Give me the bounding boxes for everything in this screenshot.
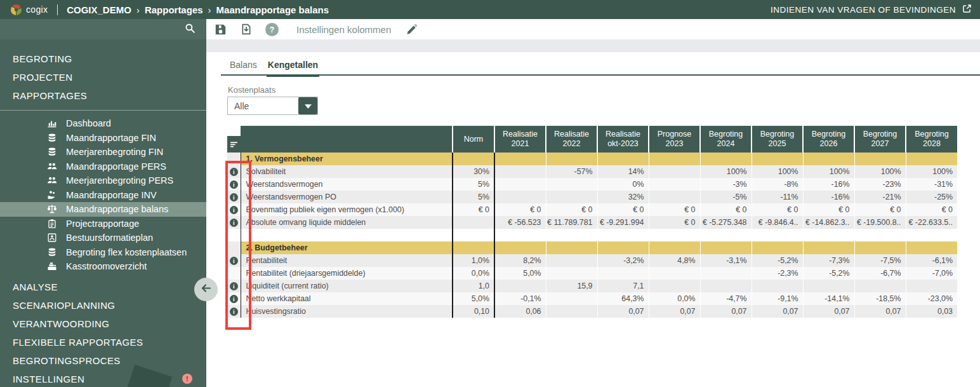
breadcrumb-item[interactable]: Rapportages [145,4,203,15]
table-cell [494,241,546,254]
table-cell: 100% [803,165,854,178]
table-cell [700,280,752,292]
table-cell: € -56.523 [494,216,546,229]
row-label-cell: Weerstandsvermogen [241,178,453,191]
table-cell: € 0 [649,203,700,216]
table-cell: € -19.500.8.. [854,216,906,229]
table-cell: € -9.846.4.. [752,216,803,229]
column-header-begroting-2027: Begroting2027 [854,126,906,153]
section-row-1-vermogensbeheer: 1. Vermogensbeheer [227,153,957,165]
info-icon[interactable]: i [230,180,238,189]
sidebar-item-label: BEGROTINGSPROCES [13,355,121,366]
export-download-button[interactable] [239,22,253,36]
sidebar-item-flexibele-rapportages[interactable]: FLEXIBELE RAPPORTAGES [0,333,206,351]
sidebar-item-label: Meerjarenbegroting FIN [66,147,163,157]
dropdown-toggle-button[interactable] [298,97,317,114]
sidebar-item-scenarioplanning[interactable]: SCENARIOPLANNING [0,296,206,315]
table-cell: 7,1 [597,280,649,292]
table-cell [752,280,803,292]
app-window: cogix COGIX_DEMO › Rapportages › Maandra… [0,0,980,387]
sidebar-item-begroting[interactable]: BEGROTING [0,50,206,68]
breadcrumb-item[interactable]: COGIX_DEMO [67,4,131,15]
table-cell: -11% [752,191,803,203]
table-cell [494,191,546,203]
table-cell: -9,1% [752,292,803,305]
column-header-begroting-2024: Begroting2024 [700,126,752,153]
sidebar-item-instellingen[interactable]: INSTELLINGEN! [0,370,206,387]
column-header-realisatie-2022: Realisatie2022 [546,126,597,153]
sidebar-item-projecten[interactable]: PROJECTEN [0,68,206,86]
breadcrumb-item[interactable]: Maandrapportage balans [216,4,329,15]
sidebar-item-maandrapportage-balans[interactable]: Maandrapportage balans [0,202,206,217]
tab-balans[interactable]: Balans [228,60,258,77]
row-label-cell [241,229,453,241]
info-icon[interactable]: i [230,295,238,303]
info-cell [227,153,241,165]
info-cell: i [227,178,241,191]
sidebar-item-label: Maandrapportage balans [66,204,168,214]
table-cell [649,241,700,254]
sidebar-item-maandrapportage-inv[interactable]: Maandrapportage INV [0,188,206,203]
edit-pencil-icon[interactable] [404,22,418,36]
coins-icon [46,147,58,157]
help-glyph: ? [270,25,275,34]
sidebar-item-maandrapportage-pers[interactable]: Maandrapportage PERS [0,160,206,174]
sidebar-item-label: Begroting flex kostenplaatsen [66,247,187,257]
column-header-begroting-2026: Begroting2026 [803,126,854,153]
sidebar-item-meerjarenbegroting-fin[interactable]: Meerjarenbegroting FIN [0,145,206,160]
sidebar-item-meerjarenbegroting-pers[interactable]: Meerjarenbegroting PERS [0,173,206,188]
row-label-cell: Rentabiliteit (driejaarsgemiddelde) [241,267,453,280]
sidebar-item-kasstroomoverzicht[interactable]: Kasstroomoverzicht [0,259,206,274]
table-cell: -5% [700,191,752,203]
table-row-solvabiliteit: iSolvabiliteit30%-57%14%100%100%100%100%… [227,165,957,178]
sidebar-item-maandrapportage-fin[interactable]: Maandrapportage FIN [0,131,206,146]
info-icon[interactable]: i [230,168,238,176]
sidebar-item-label: INSTELLINGEN [13,374,84,384]
table-cell: -6,1% [906,254,957,267]
table-row-rentabiliteit-driejaarsgemiddelde: Rentabiliteit (driejaarsgemiddelde)0,0%5… [227,267,957,280]
table-row-liquiditeit-current-ratio: iLiquiditeit (current ratio)1,015,97,1 [227,280,957,292]
table-cell [494,153,546,165]
info-icon[interactable]: i [230,219,238,227]
info-icon[interactable]: i [230,206,238,214]
table-cell [546,305,597,318]
info-icon[interactable]: i [230,193,238,201]
sidebar-item-rapportages[interactable]: RAPPORTAGES [0,86,206,105]
sidebar-item-begrotingsproces[interactable]: BEGROTINGSPROCES [0,351,206,370]
sidebar-item-dashboard[interactable]: Dashboard [0,116,206,131]
save-button[interactable] [213,22,227,36]
sidebar-item-analyse[interactable]: ANALYSE [0,278,206,296]
table-cell: 64,3% [597,292,649,305]
filter-columns-button[interactable] [227,136,241,153]
breadcrumb-separator: › [136,4,140,15]
table-cell [597,267,649,280]
table-cell: -5,2% [803,267,854,280]
table-cell: -8% [752,178,803,191]
kostenplaats-dropdown[interactable]: Alle [227,97,318,115]
submit-questions-link[interactable]: INDIENEN VAN VRAGEN OF BEVINDINGEN [771,4,972,15]
table-cell [494,178,546,191]
table-cell [453,229,494,241]
info-icon[interactable]: i [230,257,238,265]
table-cell: 0,07 [700,305,752,318]
sidebar-item-verantwoording[interactable]: VERANTWOORDING [0,315,206,333]
search-icon[interactable] [185,23,195,36]
help-button[interactable]: ? [265,23,279,36]
table-cell [494,280,546,292]
info-icon[interactable]: i [230,282,238,290]
sidebar-item-begroting-flex-kostenplaatsen[interactable]: Begroting flex kostenplaatsen [0,245,206,260]
main-content: BalansKengetallen Kostenplaats Alle Norm… [206,52,980,387]
table-cell [649,229,700,241]
table-cell: 1,0 [453,280,494,292]
table-cell [752,241,803,254]
table-cell [649,267,700,280]
row-label-cell: 2. Budgetbeheer [241,241,453,254]
sidebar-item-label: VERANTWOORDING [13,318,109,329]
sidebar-collapse-button[interactable] [194,278,218,301]
logo-text: cogix [26,4,48,15]
sidebar-item-projectrapportage[interactable]: Projectrapportage [0,217,206,231]
table-cell: € 0 [906,203,957,216]
info-icon[interactable]: i [230,308,238,316]
sidebar-item-bestuursformatieplan[interactable]: Bestuursformatieplan [0,231,206,245]
tab-kengetallen[interactable]: Kengetallen [267,60,319,77]
